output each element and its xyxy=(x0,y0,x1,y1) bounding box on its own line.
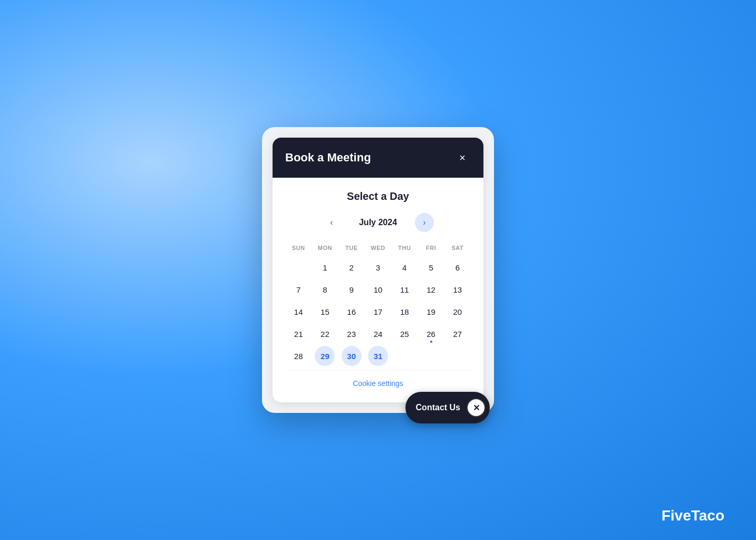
calendar-day-14[interactable]: 14 xyxy=(288,302,308,322)
calendar-week: 14151617181920 xyxy=(285,302,471,322)
calendar-day-19[interactable]: 19 xyxy=(421,302,441,322)
day-header-tue: TUE xyxy=(338,243,365,253)
day-header-sat: SAT xyxy=(444,243,471,253)
cookie-settings-link[interactable]: Cookie settings xyxy=(285,370,471,392)
calendar-day-9[interactable]: 9 xyxy=(342,279,362,300)
calendar-day-empty xyxy=(448,346,468,366)
calendar-day-12[interactable]: 12 xyxy=(421,279,441,300)
outer-card: Book a Meeting × Select a Day ‹ July 202… xyxy=(262,127,494,413)
calendar-day-21[interactable]: 21 xyxy=(288,324,308,344)
calendar-day-20[interactable]: 20 xyxy=(448,302,468,322)
calendar-weeks: 1234567891011121314151617181920212223242… xyxy=(285,257,471,366)
calendar-day-17[interactable]: 17 xyxy=(368,302,388,322)
modal-header: Book a Meeting × xyxy=(273,138,483,178)
calendar-day-23[interactable]: 23 xyxy=(342,324,362,344)
calendar-day-24[interactable]: 24 xyxy=(368,324,388,344)
calendar-day-18[interactable]: 18 xyxy=(394,302,414,322)
brand-name-five: Five xyxy=(662,507,691,524)
calendar-day-5[interactable]: 5 xyxy=(421,257,441,277)
calendar-day-2[interactable]: 2 xyxy=(342,257,362,277)
modal-title: Book a Meeting xyxy=(285,151,371,165)
modal: Book a Meeting × Select a Day ‹ July 202… xyxy=(273,138,483,402)
contact-label: Contact Us xyxy=(416,403,460,412)
prev-month-button[interactable]: ‹ xyxy=(322,213,341,232)
month-year-label: July 2024 xyxy=(352,218,404,227)
day-headers: SUN MON TUE WED THU FRI SAT xyxy=(285,243,471,253)
next-month-button[interactable]: › xyxy=(415,213,434,232)
day-header-fri: FRI xyxy=(418,243,444,253)
calendar-day-7[interactable]: 7 xyxy=(288,279,308,300)
calendar-day-27[interactable]: 27 xyxy=(448,324,468,344)
select-day-title: Select a Day xyxy=(285,190,471,202)
day-header-sun: SUN xyxy=(285,243,312,253)
fivetaco-logo: FiveTaco xyxy=(662,507,724,524)
calendar-day-30[interactable]: 30 xyxy=(342,346,362,366)
calendar-day-empty xyxy=(394,346,414,366)
calendar-day-empty xyxy=(421,346,441,366)
calendar-week: 28293031 xyxy=(285,346,471,366)
calendar-day-16[interactable]: 16 xyxy=(342,302,362,322)
day-header-thu: THU xyxy=(391,243,418,253)
calendar-day-1[interactable]: 1 xyxy=(315,257,335,277)
calendar-day-22[interactable]: 22 xyxy=(315,324,335,344)
calendar-day-3[interactable]: 3 xyxy=(368,257,388,277)
calendar-day-empty xyxy=(288,257,308,277)
contact-close-button[interactable]: ✕ xyxy=(467,398,486,417)
calendar-day-26[interactable]: 26 xyxy=(421,324,441,344)
calendar-day-25[interactable]: 25 xyxy=(394,324,414,344)
contact-bar: Contact Us ✕ xyxy=(405,392,490,423)
day-header-wed: WED xyxy=(365,243,391,253)
calendar-grid: SUN MON TUE WED THU FRI SAT 123456789101… xyxy=(285,243,471,366)
calendar-day-29[interactable]: 29 xyxy=(315,346,335,366)
calendar-day-6[interactable]: 6 xyxy=(448,257,468,277)
calendar-day-10[interactable]: 10 xyxy=(368,279,388,300)
calendar-week: 21222324252627 xyxy=(285,324,471,344)
modal-close-button[interactable]: × xyxy=(454,149,471,166)
calendar-day-15[interactable]: 15 xyxy=(315,302,335,322)
modal-body: Select a Day ‹ July 2024 › SUN MON TUE W… xyxy=(273,178,483,402)
calendar-day-4[interactable]: 4 xyxy=(394,257,414,277)
calendar-day-31[interactable]: 31 xyxy=(368,346,388,366)
day-header-mon: MON xyxy=(312,243,338,253)
calendar-day-28[interactable]: 28 xyxy=(288,346,308,366)
calendar-day-11[interactable]: 11 xyxy=(394,279,414,300)
calendar-day-8[interactable]: 8 xyxy=(315,279,335,300)
calendar-day-13[interactable]: 13 xyxy=(448,279,468,300)
brand-name-taco: Taco xyxy=(691,507,724,524)
calendar-week: 123456 xyxy=(285,257,471,277)
calendar-nav: ‹ July 2024 › xyxy=(285,213,471,232)
calendar-week: 78910111213 xyxy=(285,279,471,300)
